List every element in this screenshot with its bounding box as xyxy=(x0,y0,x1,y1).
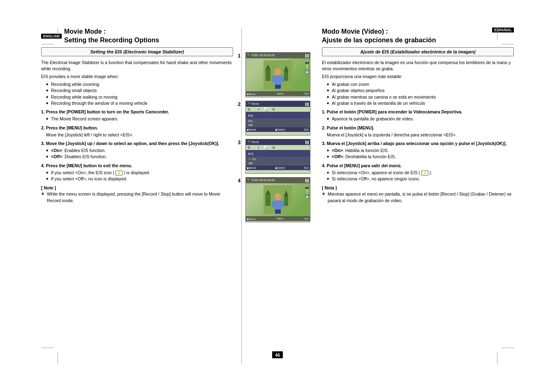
sp-step-4-title: 4. Pulse el [MENU] para salir del menú. xyxy=(322,163,514,169)
screenshot-4-wrapper: 4 📷 STBY 00:00:00:00 ▐▐ xyxy=(245,177,310,224)
svg-point-16 xyxy=(275,193,281,201)
spanish-step-3: 3. Mueva el [Joystick] arriba / abajo pa… xyxy=(322,141,514,160)
spanish-subsection-title: Ajuste de EIS (Estabilizador electrónico… xyxy=(326,49,510,54)
sp-step-1-subs: Aparece la pantalla de grabación de víde… xyxy=(322,116,514,122)
english-note: [ Note ] While the menu screen is displa… xyxy=(41,185,233,203)
sp-step-2-subtitle: Mueva el [Joystick] a la izquierda / der… xyxy=(322,132,514,138)
svg-rect-3 xyxy=(284,71,288,81)
list-item: The Movie Record screen appears. xyxy=(46,116,233,122)
screen-num-1: 1 xyxy=(238,53,241,59)
svg-rect-14 xyxy=(284,196,288,206)
menu-item-off: Off xyxy=(248,123,308,127)
menu-item-off: Off xyxy=(248,161,308,165)
spanish-title-line1: Modo Movie (Vídeo) : xyxy=(322,28,492,36)
screen-3: 🎬 Movie ▐▐ ⚙ · · ☀ · 📊 · ⚙ xyxy=(245,139,310,174)
screen-4: 📷 STBY 00:00:00:00 ▐▐ xyxy=(245,177,310,222)
svg-rect-21 xyxy=(278,210,281,214)
list-item: Al grabar objetos pequeños xyxy=(327,88,514,94)
svg-rect-7 xyxy=(272,76,275,82)
spanish-header: Modo Movie (Vídeo) : Ajuste de las opcio… xyxy=(322,28,514,45)
step-1-title: 1. Press the [POWER] button to turn on t… xyxy=(41,109,233,115)
screen-2-menu-items: On Off xyxy=(246,118,310,127)
screen-1-topbar: 📷 STBY 00:00:00:00 ▐▐ xyxy=(246,53,310,58)
english-titles: Movie Mode : Setting the Recording Optio… xyxy=(64,28,159,45)
english-subsection-title: Setting the EIS (Electronic Image Stabil… xyxy=(45,49,229,54)
svg-rect-18 xyxy=(272,201,275,207)
screen-2-bottombar: ▶Movie ◉Select Exit xyxy=(246,127,310,132)
english-title-line2: Setting the Recording Options xyxy=(64,36,159,45)
screen-3-bottombar: ▶Movie ◉Select Exit xyxy=(246,166,310,170)
spanish-intro: El estabilizador electrónico de la image… xyxy=(322,60,514,72)
spanish-step-1: 1. Pulse el botón [POWER] para encender … xyxy=(322,109,514,122)
english-note-title: [ Note ] xyxy=(41,185,233,190)
step-3-title: 3. Move the [Joystick] up / down to sele… xyxy=(41,141,233,147)
svg-point-5 xyxy=(275,68,281,76)
spanish-bullet-list: Al grabar con zoom Al grabar objetos peq… xyxy=(322,81,514,106)
list-item: Recording through the window of a moving… xyxy=(46,100,233,106)
screenshot-2-wrapper: 2 🎬 Movie ▐▐ ⚙ · · ☀ · 📊 xyxy=(245,101,310,137)
screen-2-icons: ⚙ · · ☀ · 📊 · ⚙ xyxy=(246,107,310,112)
spanish-column: Modo Movie (Vídeo) : Ajuste de las opcio… xyxy=(314,28,514,364)
page-number: 46 xyxy=(272,351,283,358)
step-1-subs: The Movie Record screen appears. xyxy=(41,116,233,122)
step-3-subs: <On>: Enables EIS function. <Off>: Disab… xyxy=(41,148,233,160)
screen-3-menu-items: ✓ On Off xyxy=(246,157,310,166)
spanish-step-2: 2. Pulse el botón [MENU]. Mueva el [Joys… xyxy=(322,125,514,138)
step-4-title: 4. Press the [MENU] button to exit the m… xyxy=(41,163,233,169)
person-silhouette xyxy=(264,60,292,89)
sp-step-1-title: 1. Pulse el botón [POWER] para encender … xyxy=(322,109,514,115)
screenshot-1-wrapper: 1 📷 STBY 00:00:00:00 ▐▐ xyxy=(245,52,310,99)
svg-rect-10 xyxy=(278,85,281,89)
list-item: Si selecciona <Off>, no aparece ningún i… xyxy=(327,176,514,182)
english-note-text: While the menu screen is displayed, pres… xyxy=(41,191,233,203)
screen-4-bottombar: ▶Movie Select Exit xyxy=(246,216,310,221)
list-item: Al grabar mientras se camina o se está e… xyxy=(327,94,514,100)
list-item: If you select <On>, the EIS icon ( ⚡ ) i… xyxy=(46,170,233,176)
screen-num-3: 3 xyxy=(238,140,241,145)
svg-rect-9 xyxy=(275,85,278,89)
svg-rect-1 xyxy=(266,69,271,81)
sp-step-3-title: 3. Mueva el [Joystick] arriba / abajo pa… xyxy=(322,141,514,147)
english-header: ENGLISH Movie Mode : Setting the Recordi… xyxy=(41,28,233,45)
screen-4-image: 📷 🔋 💾 xyxy=(246,183,310,216)
step-2-subtitle: Move the [Joystick] left / right to sele… xyxy=(41,132,233,138)
spanish-note-text: Mientras aparece el menú en pantalla, si… xyxy=(322,191,514,203)
screen-1-image: 📷 🔋 💾 xyxy=(246,58,310,91)
spanish-eis-provides: EIS proporciona una imagen más estable: xyxy=(322,74,514,80)
spanish-subsection-box: Ajuste de EIS (Estabilizador electrónico… xyxy=(322,47,514,56)
english-step-4: 4. Press the [MENU] button to exit the m… xyxy=(41,163,233,182)
list-item: <Off>: Disables EIS function. xyxy=(46,154,233,160)
sp-step-3-subs: <On>: Habilita la función EIS. <Off>: De… xyxy=(322,148,514,160)
page-container: ENGLISH Movie Mode : Setting the Recordi… xyxy=(0,0,555,392)
two-col-layout: ENGLISH Movie Mode : Setting the Recordi… xyxy=(41,28,514,364)
screenshot-3-wrapper: 3 🎬 Movie ▐▐ ⚙ · · ☀ · 📊 xyxy=(245,139,310,175)
english-bullet-list: Recording while zooming Recording small … xyxy=(41,81,233,106)
english-title-line1: Movie Mode : xyxy=(64,28,159,36)
svg-rect-6 xyxy=(274,76,282,85)
english-subsection-box: Setting the EIS (Electronic Image Stabil… xyxy=(41,47,233,56)
step-4-subs: If you select <On>, the EIS icon ( ⚡ ) i… xyxy=(41,170,233,182)
list-item: Recording while zooming xyxy=(46,81,233,88)
list-item: Al grabar con zoom xyxy=(327,81,514,88)
spanish-title-line2: Ajuste de las opciones de grabación xyxy=(322,36,492,45)
list-item: Al grabar a través de la ventanilla de u… xyxy=(327,100,514,106)
menu-item-on: On xyxy=(248,119,308,123)
spanish-badge: ESPAÑOL xyxy=(492,28,514,32)
list-item: Recording small objects xyxy=(46,88,233,94)
svg-rect-17 xyxy=(274,201,282,210)
spanish-note: [ Nota ] Mientras aparece el menú en pan… xyxy=(322,185,514,203)
english-eis-provides: EIS provides a more stable image when: xyxy=(41,74,233,80)
spanish-note-title: [ Nota ] xyxy=(322,185,514,190)
screen-2-topbar: 🎬 Movie ▐▐ xyxy=(246,101,310,107)
screen-3-topbar: 🎬 Movie ▐▐ xyxy=(246,139,310,145)
menu-item-on-selected: ✓ On xyxy=(248,157,308,161)
spanish-titles: Modo Movie (Vídeo) : Ajuste de las opcio… xyxy=(322,28,492,45)
list-item: <On>: Enables EIS function. xyxy=(46,148,233,154)
screen-2: 🎬 Movie ▐▐ ⚙ · · ☀ · 📊 · ⚙ xyxy=(245,101,310,136)
list-item: If you select <Off>, no icon is displaye… xyxy=(46,176,233,182)
screen-4-topbar: 📷 STBY 00:00:00:00 ▐▐ xyxy=(246,178,310,183)
list-item: Aparece la pantalla de grabación de víde… xyxy=(327,116,514,122)
list-item: <On>: Habilita la función EIS. xyxy=(327,148,514,154)
list-item: Recording while walking or moving xyxy=(46,94,233,100)
screen-1-bottombar: ▶Movie Select Exit xyxy=(246,91,310,96)
